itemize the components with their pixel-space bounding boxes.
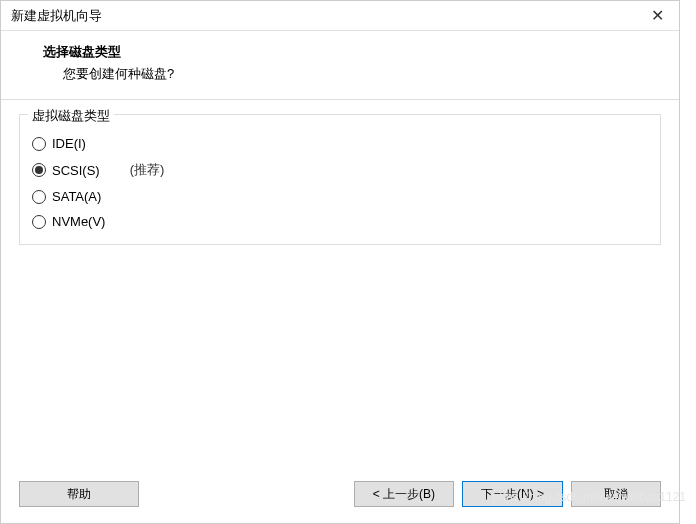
next-button[interactable]: 下一步(N) > bbox=[462, 481, 563, 507]
radio-icon bbox=[32, 190, 46, 204]
close-icon[interactable]: ✕ bbox=[646, 6, 669, 25]
help-button[interactable]: 帮助 bbox=[19, 481, 139, 507]
radio-label: IDE(I) bbox=[52, 136, 86, 151]
radio-icon bbox=[32, 215, 46, 229]
radio-option-sata[interactable]: SATA(A) bbox=[32, 184, 648, 209]
header-subtitle: 您要创建何种磁盘? bbox=[43, 65, 659, 83]
radio-hint: (推荐) bbox=[130, 161, 165, 179]
header-title: 选择磁盘类型 bbox=[43, 43, 659, 61]
radio-icon bbox=[32, 137, 46, 151]
wizard-dialog: 新建虚拟机向导 ✕ 选择磁盘类型 您要创建何种磁盘? 虚拟磁盘类型 IDE(I)… bbox=[0, 0, 680, 524]
titlebar: 新建虚拟机向导 ✕ bbox=[1, 1, 679, 31]
radio-option-scsi[interactable]: SCSI(S) (推荐) bbox=[32, 156, 648, 184]
radio-option-ide[interactable]: IDE(I) bbox=[32, 131, 648, 156]
radio-label: NVMe(V) bbox=[52, 214, 105, 229]
radio-option-nvme[interactable]: NVMe(V) bbox=[32, 209, 648, 234]
wizard-header: 选择磁盘类型 您要创建何种磁盘? bbox=[1, 31, 679, 100]
radio-label: SCSI(S) bbox=[52, 163, 100, 178]
group-legend: 虚拟磁盘类型 bbox=[28, 107, 114, 125]
button-bar: 帮助 < 上一步(B) 下一步(N) > 取消 bbox=[1, 469, 679, 523]
cancel-button[interactable]: 取消 bbox=[571, 481, 661, 507]
radio-icon bbox=[32, 163, 46, 177]
back-button[interactable]: < 上一步(B) bbox=[354, 481, 454, 507]
window-title: 新建虚拟机向导 bbox=[11, 7, 102, 25]
radio-list: IDE(I) SCSI(S) (推荐) SATA(A) NVMe(V) bbox=[32, 131, 648, 234]
content-area: 虚拟磁盘类型 IDE(I) SCSI(S) (推荐) SATA(A) bbox=[1, 100, 679, 469]
disk-type-group: 虚拟磁盘类型 IDE(I) SCSI(S) (推荐) SATA(A) bbox=[19, 114, 661, 245]
radio-label: SATA(A) bbox=[52, 189, 101, 204]
